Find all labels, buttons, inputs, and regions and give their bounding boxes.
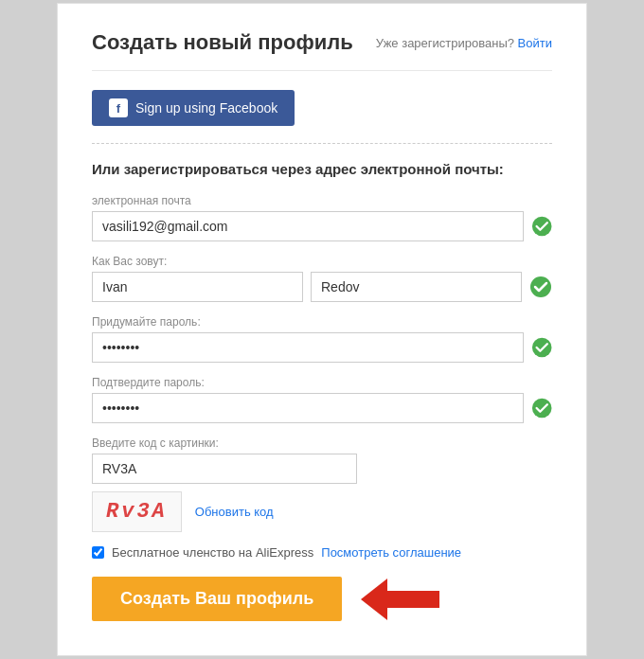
email-group: электронная почта [92, 194, 552, 241]
submit-row: Создать Ваш профиль [92, 577, 552, 621]
or-email-label: Или зарегистрироваться через адрес элект… [92, 161, 552, 177]
svg-point-1 [530, 276, 551, 297]
agreement-row: Бесплатное членство на AliExpress Посмот… [92, 545, 552, 560]
captcha-group: Введите код с картинки: Rv3A Обновить ко… [92, 436, 552, 532]
section-divider [92, 143, 552, 144]
captcha-image: Rv3A [92, 491, 182, 532]
confirm-password-input[interactable] [92, 393, 524, 423]
svg-point-2 [532, 338, 552, 358]
facebook-button-label: Sign up using Facebook [135, 100, 277, 116]
svg-point-0 [532, 217, 552, 237]
first-name-input[interactable] [92, 272, 303, 302]
agreement-checkbox[interactable] [92, 546, 104, 559]
agreement-link[interactable]: Посмотреть соглашение [321, 545, 461, 560]
password-input[interactable] [92, 332, 524, 363]
name-input-row [92, 272, 552, 302]
name-group: Как Вас зовут: [92, 255, 552, 302]
password-label: Придумайте пароль: [92, 315, 552, 329]
arrow-head [361, 579, 387, 620]
arrow-body [387, 591, 439, 608]
password-group: Придумайте пароль: [92, 315, 552, 363]
agreement-text: Бесплатное членство на AliExpress [112, 545, 313, 560]
captcha-input[interactable] [92, 454, 357, 484]
password-input-row [92, 332, 552, 363]
email-check-icon [531, 215, 552, 238]
refresh-captcha-link[interactable]: Обновить код [195, 505, 274, 519]
email-input-row [92, 211, 552, 241]
name-label: Как Вас зовут: [92, 255, 552, 268]
confirm-password-group: Подтвердите пароль: [92, 376, 552, 423]
svg-point-3 [532, 399, 552, 419]
captcha-container: Rv3A Обновить код [92, 491, 552, 532]
facebook-signup-button[interactable]: f Sign up using Facebook [92, 90, 295, 126]
arrow-indicator [361, 579, 439, 620]
password-check-icon [531, 336, 552, 359]
confirm-password-input-row [92, 393, 552, 423]
already-registered: Уже зарегистрированы? Войти [376, 36, 552, 50]
name-check-icon [529, 276, 552, 298]
already-label: Уже зарегистрированы? [376, 36, 514, 50]
captcha-label: Введите код с картинки: [92, 436, 552, 450]
captcha-input-row [92, 454, 552, 484]
last-name-input[interactable] [311, 272, 522, 302]
name-inputs [92, 272, 522, 302]
confirm-password-label: Подтвердите пароль: [92, 376, 552, 389]
email-input[interactable] [92, 211, 524, 241]
facebook-icon: f [109, 98, 128, 117]
registration-card: Создать новый профиль Уже зарегистрирова… [57, 3, 587, 656]
email-label: электронная почта [92, 194, 552, 207]
login-link[interactable]: Войти [518, 36, 552, 50]
submit-button[interactable]: Создать Ваш профиль [92, 577, 342, 621]
page-title: Создать новый профиль [92, 30, 353, 55]
confirm-password-check-icon [531, 397, 552, 419]
card-header: Создать новый профиль Уже зарегистрирова… [92, 30, 552, 71]
